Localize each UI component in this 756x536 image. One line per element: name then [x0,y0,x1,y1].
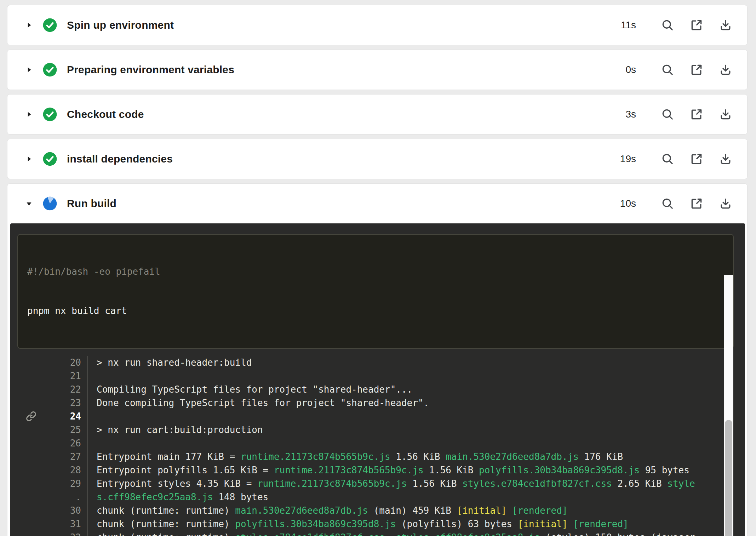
expand-toggle[interactable] [24,198,34,209]
log-segment: style [667,478,695,489]
line-number[interactable]: 21 [45,369,87,383]
check-circle-icon [43,18,57,32]
open-in-new-button[interactable] [689,152,704,166]
step-header-spin-up-environment[interactable]: Spin up environment 11s [7,5,747,45]
line-link-slot [17,477,45,490]
shebang-line: #!/bin/bash -eo pipefail [27,265,724,278]
step-header-checkout-code[interactable]: Checkout code 3s [7,95,747,134]
line-link-slot [17,463,45,477]
step-header-run-build[interactable]: Run build 10s [7,184,747,223]
log-line-content: > nx run shared-header:build [87,356,745,369]
log-segment: (styles) 150 bytes (javascr [540,532,695,536]
line-number[interactable]: . [45,490,87,504]
search-button[interactable] [660,18,675,33]
download-button[interactable] [718,152,733,166]
line-link-slot [17,383,45,396]
step-duration: 0s [625,64,636,75]
log-row: 31 chunk (runtime: runtime) polyfills.30… [17,517,745,531]
line-number[interactable]: 29 [45,477,87,490]
chevron-down-icon [24,199,34,208]
open-in-new-button[interactable] [689,196,704,211]
log-area: 20 > nx run shared-header:build 21 22 Co… [17,356,745,536]
log-line-content [87,369,745,383]
step-card: Spin up environment 11s [7,5,748,45]
line-link-slot [17,490,45,504]
line-link-slot [17,450,45,463]
log-segment: Entrypoint styles 4.35 KiB = [97,478,257,489]
open-in-new-button[interactable] [689,107,704,122]
line-number[interactable]: 23 [45,396,87,410]
line-link-slot [17,396,45,410]
log-row: 26 [17,437,745,450]
log-line-content: chunk (runtime: runtime) styles.e784ce1d… [87,531,745,536]
line-number[interactable]: 32 [45,531,87,536]
download-icon [719,152,732,166]
download-button[interactable] [718,62,733,77]
expand-toggle[interactable] [24,20,34,30]
download-button[interactable] [718,107,733,122]
step-title: Preparing environment variables [67,64,234,76]
check-circle-icon [43,107,57,121]
search-button[interactable] [660,152,675,166]
log-segment: styles.e784ce1dfbf827cf.css [235,532,385,536]
step-header-preparing-environment-variables[interactable]: Preparing environment variables 0s [7,50,747,90]
chevron-right-icon [24,110,34,119]
log-row: . s.cff98efec9c25aa8.js 148 bytes [17,490,745,504]
build-steps-page: Spin up environment 11s Preparing enviro… [0,0,756,536]
search-button[interactable] [660,62,675,77]
download-button[interactable] [718,196,733,211]
download-button[interactable] [718,18,733,33]
open-in-new-button[interactable] [689,18,704,33]
log-line-content [87,410,745,423]
terminal-panel: #!/bin/bash -eo pipefail pnpm nx build c… [10,223,745,536]
log-segment: runtime.21173c874b565b9c.js [274,465,424,475]
line-number[interactable]: 30 [45,504,87,517]
line-number[interactable]: 22 [45,383,87,396]
open-in-new-icon [690,63,703,76]
open-in-new-icon [690,197,703,210]
log-segment [506,505,512,516]
download-icon [719,197,732,210]
steps-list: Spin up environment 11s Preparing enviro… [7,5,748,179]
line-number[interactable]: 31 [45,517,87,531]
log-segment: 176 KiB [579,451,623,462]
line-link-button[interactable] [17,410,45,423]
log-segment: (polyfills) 63 bytes [396,519,517,529]
log-segment: polyfills.30b34ba869c395d8.js [479,465,640,475]
step-duration: 19s [620,153,636,165]
check-circle-icon [43,63,57,77]
scrollbar-thumb[interactable] [725,420,732,536]
link-icon [26,411,36,422]
open-in-new-button[interactable] [689,62,704,77]
log-row: 23 Done compiling TypeScript files for p… [17,396,745,410]
line-number[interactable]: 25 [45,423,87,437]
log-segment: 1.56 KiB [424,465,479,475]
search-icon [661,18,674,32]
step-duration: 10s [620,198,636,209]
scrollbar[interactable] [724,275,733,536]
step-title: install dependencies [67,153,173,165]
line-link-slot [17,531,45,536]
step-title: Checkout code [67,108,144,120]
expand-toggle[interactable] [24,154,34,164]
search-button[interactable] [660,196,675,211]
step-card: install dependencies 19s [7,139,748,179]
log-segment: (main) 459 KiB [368,505,457,516]
line-number[interactable]: 20 [45,356,87,369]
step-header-install-dependencies[interactable]: install dependencies 19s [7,139,747,179]
line-number[interactable]: 28 [45,463,87,477]
log-line-content [87,437,745,450]
line-number[interactable]: 27 [45,450,87,463]
log-segment [568,519,573,529]
search-button[interactable] [660,107,675,122]
log-line-content: > nx run cart:build:production [87,423,745,437]
step-header-slot: Run build 10s [7,184,747,223]
log-segment: [rendered] [573,519,629,529]
expand-toggle[interactable] [24,109,34,120]
progress-pie-icon [43,196,57,211]
log-segment: s.cff98efec9c25aa8.js [97,492,213,502]
log-segment: > nx run shared-header:build [97,357,252,368]
line-number[interactable]: 24 [45,410,87,423]
expand-toggle[interactable] [24,64,34,75]
line-number[interactable]: 26 [45,437,87,450]
